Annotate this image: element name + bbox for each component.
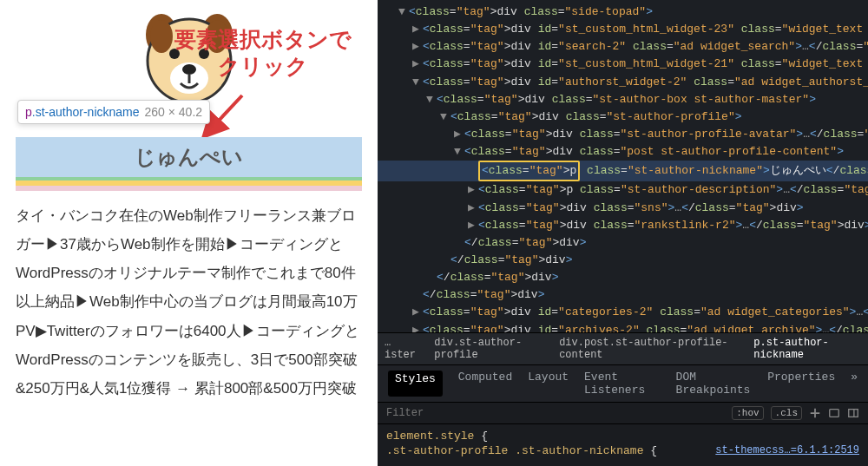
elements-dom-tree[interactable]: ▼<class="tag">div class="side-topad">▶<c… — [378, 0, 868, 332]
styles-tabs[interactable]: StylesComputedLayoutEvent ListenersDOM B… — [378, 365, 868, 403]
dom-node[interactable]: ▼<class="tag">div class="st-author-box s… — [378, 91, 868, 108]
author-nickname[interactable]: じゅんぺい — [16, 137, 362, 180]
dom-node[interactable]: ▼<class="tag">div class="st-author-profi… — [378, 108, 868, 126]
dom-node[interactable]: ▶<class="tag">div id="categories-2" clas… — [378, 304, 868, 321]
tab-properties[interactable]: Properties — [767, 371, 835, 397]
tabs-overflow-icon[interactable]: » — [851, 371, 858, 397]
dom-node[interactable]: ▶<class="tag">div id="st_custom_html_wid… — [378, 56, 868, 73]
tab-layout[interactable]: Layout — [528, 371, 569, 397]
breadcrumb-item[interactable]: p.st-author-nickname — [753, 337, 861, 361]
devtools-panel: ▼<class="tag">div class="side-topad">▶<c… — [378, 0, 868, 466]
dom-node[interactable]: ▶<class="tag">div class="rankstlink-r2">… — [378, 217, 868, 234]
annotation-text: 要素選択ボタンで クリック — [174, 26, 352, 81]
styles-filter-input[interactable] — [386, 407, 542, 419]
breadcrumb-item[interactable]: div.st-author-profile — [434, 337, 547, 361]
cls-toggle[interactable]: .cls — [771, 406, 802, 420]
styles-rules-pane[interactable]: element.style {.st-author-profile .st-au… — [378, 424, 868, 466]
dom-node[interactable]: ▶<class="tag">div class="sns">…</class="… — [378, 200, 868, 217]
css-rule[interactable]: .st-author-profile .st-author-nickname {… — [386, 444, 859, 457]
styles-filter-row: :hov .cls — [378, 403, 868, 424]
dom-node[interactable]: </class="tag">div> — [378, 234, 868, 252]
svg-rect-10 — [830, 410, 839, 417]
breadcrumb-item[interactable]: div.post.st-author-profile-content — [559, 337, 741, 361]
svg-point-3 — [150, 20, 173, 53]
dom-node[interactable]: ▼<class="tag">div class="post st-author-… — [378, 143, 868, 161]
page-preview: 要素選択ボタンで クリック p.st-author-nickname 260 ×… — [0, 0, 378, 466]
dom-node[interactable]: </class="tag">div> — [378, 286, 868, 304]
dom-node[interactable]: ▶<class="tag">p class="st-author-descrip… — [378, 181, 868, 199]
tab-computed[interactable]: Computed — [458, 371, 512, 397]
tab-dom-breakpoints[interactable]: DOM Breakpoints — [676, 371, 753, 397]
breadcrumb-item[interactable]: … ister — [385, 337, 422, 361]
svg-line-9 — [206, 95, 242, 135]
css-rule[interactable]: element.style { — [386, 430, 859, 443]
tab-styles[interactable]: Styles — [388, 371, 443, 397]
dom-node-selected[interactable]: <class="tag">p class="st-author-nickname… — [378, 161, 868, 181]
dom-node[interactable]: ▼<class="tag">div class="side-topad"> — [378, 3, 868, 21]
stylesheet-link[interactable]: st-themecss…=6.1.1:2519 — [715, 444, 859, 456]
dom-node[interactable]: ▼<class="tag">div id="authorst_widget-2"… — [378, 74, 868, 91]
dom-node[interactable]: </class="tag">div> — [378, 269, 868, 286]
decorative-stripe — [16, 186, 362, 191]
svg-rect-11 — [849, 410, 858, 417]
tab-event-listeners[interactable]: Event Listeners — [584, 371, 661, 397]
element-inspect-tooltip: p.st-author-nickname 260 × 40.2 — [17, 100, 210, 124]
dom-node[interactable]: ▶<class="tag">div id="archives-2" class=… — [378, 322, 868, 332]
new-style-rule-icon[interactable] — [809, 407, 821, 419]
dom-breadcrumb[interactable]: … isterdiv.st-author-profilediv.post.st-… — [378, 332, 868, 365]
dom-node[interactable]: ▶<class="tag">div id="st_custom_html_wid… — [378, 21, 868, 38]
author-description: タイ・バンコク在住のWeb制作フリーランス兼ブロガー▶37歳からWeb制作を開始… — [16, 201, 362, 403]
dom-node[interactable]: ▶<class="tag">div class="st-author-profi… — [378, 126, 868, 143]
dom-node[interactable]: </class="tag">div> — [378, 252, 868, 269]
device-iframe-icon[interactable] — [828, 407, 840, 419]
hover-toggle[interactable]: :hov — [732, 406, 763, 420]
toggle-sidebar-icon[interactable] — [847, 407, 859, 419]
dom-node[interactable]: ▶<class="tag">div id="search-2" class="a… — [378, 38, 868, 56]
